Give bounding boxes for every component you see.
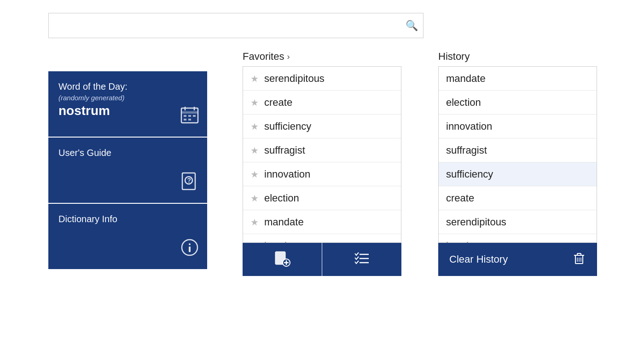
list-item[interactable]: innovation [439,115,597,138]
info-icon [180,238,199,261]
history-list: mandate election innovation suffragist s… [438,66,597,243]
star-icon: ★ [250,97,259,108]
svg-rect-4 [184,115,186,117]
list-item[interactable]: suffragist [439,138,597,162]
list-item[interactable]: ★ innovation [243,162,401,186]
favorite-word: election [264,192,299,204]
star-icon: ★ [250,193,259,204]
add-favorite-icon [273,250,291,269]
list-item[interactable]: ★ head [243,234,401,243]
svg-rect-1 [181,111,198,114]
word-of-day-title: Word of the Day: [58,80,197,92]
list-item[interactable]: mandate [439,67,597,91]
favorite-word: mandate [264,216,304,228]
history-section: History mandate election innovation suff… [438,51,597,276]
history-title: History [438,51,597,63]
history-footer: Clear History [438,243,597,276]
dictionary-info-title: Dictionary Info [58,213,197,225]
favorite-word: sufficiency [264,121,311,132]
svg-rect-8 [188,119,191,121]
help-icon: ? [180,172,199,195]
star-icon: ★ [250,73,259,84]
favorite-word: serendipitous [264,73,325,85]
favorites-title: Favorites › [243,51,401,63]
list-item[interactable]: ★ sufficiency [243,115,401,138]
star-icon: ★ [250,217,259,228]
left-panel: Word of the Day: (randomly generated) no… [48,71,207,270]
search-bar[interactable]: 🔍 [48,13,424,38]
favorites-footer [243,243,401,276]
svg-rect-7 [184,119,186,121]
star-icon: ★ [250,145,259,156]
favorites-section: Favorites › ★ serendipitous ★ create ★ s… [243,51,401,276]
list-item[interactable]: ★ election [243,186,401,210]
word-of-day-word: nostrum [58,103,197,118]
trash-icon [572,251,586,268]
favorite-word: suffragist [264,144,305,156]
search-button[interactable]: 🔍 [400,13,423,38]
users-guide-title: User's Guide [58,147,197,159]
calendar-icon [180,106,199,128]
svg-text:?: ? [187,177,191,184]
svg-rect-5 [188,115,191,117]
svg-point-13 [189,243,191,245]
svg-rect-6 [193,115,196,117]
checklist-icon [353,250,371,269]
list-item[interactable]: ★ suffragist [243,138,401,162]
favorite-word: create [264,97,292,109]
manage-favorites-button[interactable] [322,243,401,276]
search-icon: 🔍 [406,20,418,32]
clear-history-label: Clear History [449,253,508,265]
clear-history-button[interactable]: Clear History [438,243,597,276]
favorites-chevron[interactable]: › [287,52,290,62]
dictionary-info-tile[interactable]: Dictionary Info [48,204,207,269]
list-item[interactable]: sufficiency [439,162,597,186]
word-of-day-subtitle: (randomly generated) [58,94,197,102]
favorites-list: ★ serendipitous ★ create ★ sufficiency ★… [243,66,401,243]
star-icon: ★ [250,121,259,132]
favorite-word: innovation [264,168,310,180]
list-item[interactable]: serendipitous [439,210,597,234]
word-of-day-tile[interactable]: Word of the Day: (randomly generated) no… [48,71,207,137]
users-guide-tile[interactable]: User's Guide ? [48,138,207,203]
list-item[interactable]: ★ serendipitous [243,67,401,91]
list-item[interactable]: election [439,91,597,115]
add-favorite-button[interactable] [243,243,322,276]
svg-rect-14 [189,247,191,252]
list-item[interactable]: ★ mandate [243,210,401,234]
star-icon: ★ [250,169,259,180]
search-input[interactable] [49,13,400,38]
list-item[interactable]: create [439,186,597,210]
list-item[interactable]: ★ create [243,91,401,115]
list-item[interactable]: head [439,234,597,243]
